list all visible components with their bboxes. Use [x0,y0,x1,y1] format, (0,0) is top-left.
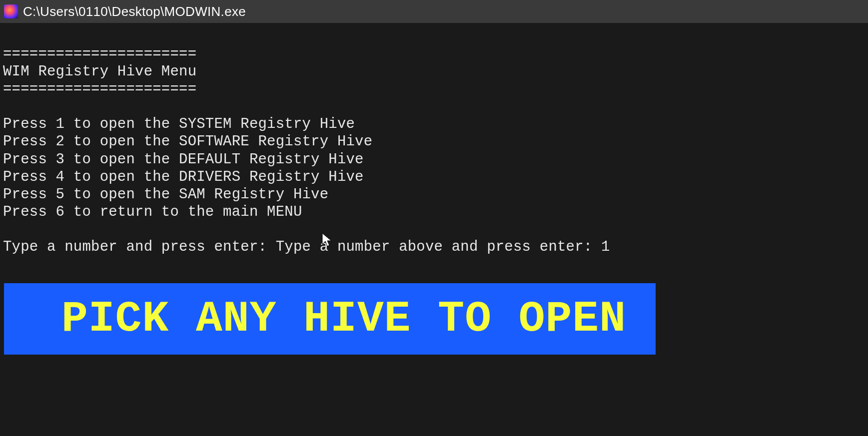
user-input[interactable]: 1 [601,239,610,255]
menu-option: Press 2 to open the SOFTWARE Registry Hi… [3,133,372,150]
menu-option: Press 5 to open the SAM Registry Hive [3,186,328,203]
instruction-banner: PICK ANY HIVE TO OPEN [4,283,656,355]
window-title: C:\Users\0110\Desktop\MODWIN.exe [23,4,246,19]
menu-option: Press 6 to return to the main MENU [3,204,302,220]
divider: ====================== [3,81,196,97]
terminal-output[interactable]: ====================== WIM Registry Hive… [0,23,868,256]
app-icon [4,4,18,18]
prompt-label: Type a number and press enter: Type a nu… [3,239,601,255]
window-titlebar[interactable]: C:\Users\0110\Desktop\MODWIN.exe [0,0,868,23]
menu-option: Press 3 to open the DEFAULT Registry Hiv… [3,151,364,168]
menu-option: Press 4 to open the DRIVERS Registry Hiv… [3,169,364,185]
divider: ====================== [3,46,196,62]
menu-option: Press 1 to open the SYSTEM Registry Hive [3,116,355,132]
banner-text: PICK ANY HIVE TO OPEN [61,294,626,344]
menu-heading: WIM Registry Hive Menu [3,63,196,80]
